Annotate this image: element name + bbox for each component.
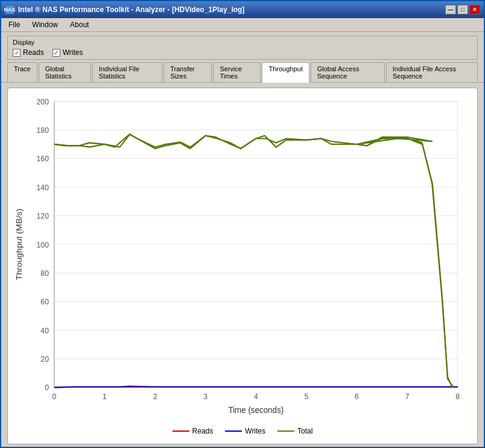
svg-text:8: 8 — [455, 392, 460, 400]
tab-service-times[interactable]: Service Times — [213, 62, 261, 82]
svg-text:40: 40 — [40, 326, 49, 334]
legend-total: Total — [277, 427, 312, 435]
menu-file[interactable]: File — [5, 19, 24, 30]
tab-throughput[interactable]: Throughput — [262, 62, 309, 83]
reads-checkbox[interactable]: ✓ — [13, 49, 21, 57]
svg-text:140: 140 — [37, 183, 49, 191]
legend-writes-line — [225, 430, 242, 432]
svg-text:4: 4 — [254, 392, 258, 400]
svg-text:60: 60 — [40, 298, 49, 306]
tab-global-statistics[interactable]: Global Statistics — [39, 62, 91, 82]
tabs-bar: Trace Global Statistics Individual File … — [1, 62, 484, 83]
legend-bar: Reads Writes Total — [173, 423, 313, 438]
svg-text:7: 7 — [405, 392, 410, 400]
tab-transfer-sizes[interactable]: Transfer Sizes — [163, 62, 212, 82]
legend-reads-line — [173, 430, 189, 432]
svg-text:1: 1 — [103, 392, 107, 400]
tab-individual-file-access-sequence[interactable]: Individual File Access Sequence — [386, 62, 478, 82]
svg-text:Throughput (MB/s): Throughput (MB/s) — [15, 209, 24, 280]
legend-writes: Writes — [225, 427, 265, 435]
legend-reads-label: Reads — [192, 427, 214, 435]
menu-about[interactable]: About — [66, 19, 92, 30]
svg-text:80: 80 — [40, 269, 49, 278]
svg-text:5: 5 — [304, 392, 308, 400]
svg-text:6: 6 — [355, 392, 359, 400]
title-bar: NAS Intel ® NAS Performance Toolkit - An… — [1, 1, 484, 18]
throughput-chart: 200 180 160 140 120 100 80 60 40 20 — [14, 94, 471, 423]
svg-text:2: 2 — [153, 392, 157, 400]
app-icon: NAS — [5, 5, 14, 14]
reads-checkbox-label[interactable]: ✓ Reads — [13, 48, 44, 57]
reads-label: Reads — [23, 48, 44, 57]
writes-checkbox-label[interactable]: ✓ Writes — [52, 48, 83, 57]
tab-global-access-sequence[interactable]: Global Access Sequence — [311, 62, 385, 82]
svg-text:3: 3 — [203, 392, 208, 400]
writes-label: Writes — [63, 48, 83, 57]
svg-text:0: 0 — [52, 392, 56, 400]
window-controls: — □ ✕ — [445, 5, 480, 14]
tab-individual-file-statistics[interactable]: Individual File Statistics — [92, 62, 162, 82]
svg-text:0: 0 — [45, 383, 49, 392]
svg-text:Time (seconds): Time (seconds) — [228, 406, 284, 415]
minimize-button[interactable]: — — [445, 5, 456, 14]
legend-total-label: Total — [297, 427, 312, 435]
writes-checkbox[interactable]: ✓ — [52, 49, 60, 57]
svg-text:200: 200 — [37, 97, 49, 106]
menu-window[interactable]: Window — [28, 19, 62, 30]
menu-bar: File Window About — [1, 18, 484, 32]
chart-container: 200 180 160 140 120 100 80 60 40 20 — [14, 94, 471, 423]
display-group: Display ✓ Reads ✓ Writes — [7, 36, 478, 60]
maximize-button[interactable]: □ — [457, 5, 468, 14]
window-title: Intel ® NAS Performance Toolkit - Analyz… — [18, 5, 244, 14]
chart-area: 200 180 160 140 120 100 80 60 40 20 — [7, 88, 478, 444]
svg-text:120: 120 — [37, 212, 49, 220]
close-button[interactable]: ✕ — [469, 5, 480, 14]
svg-text:180: 180 — [37, 126, 49, 135]
display-label: Display — [13, 39, 472, 46]
main-window: NAS Intel ® NAS Performance Toolkit - An… — [0, 0, 485, 448]
legend-reads: Reads — [173, 427, 214, 435]
checkbox-row: ✓ Reads ✓ Writes — [13, 48, 472, 57]
tab-trace[interactable]: Trace — [7, 62, 37, 82]
svg-text:20: 20 — [40, 355, 49, 363]
legend-total-line — [277, 430, 294, 432]
svg-text:100: 100 — [37, 240, 49, 249]
svg-text:160: 160 — [37, 155, 49, 163]
app-icon-text: NAS — [4, 7, 16, 13]
title-bar-left: NAS Intel ® NAS Performance Toolkit - An… — [5, 5, 244, 14]
legend-writes-label: Writes — [245, 427, 265, 435]
